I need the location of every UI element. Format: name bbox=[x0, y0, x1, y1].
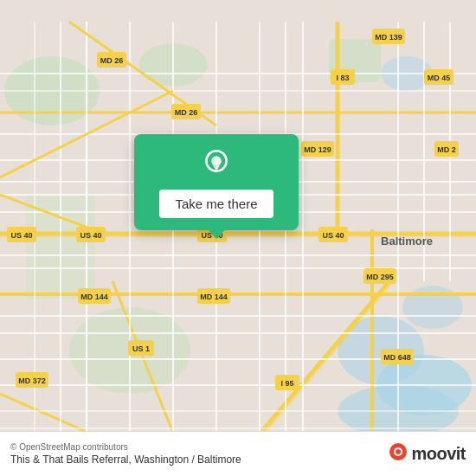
svg-text:MD 648: MD 648 bbox=[383, 353, 411, 362]
svg-text:I 95: I 95 bbox=[280, 379, 293, 388]
svg-point-90 bbox=[211, 156, 222, 166]
copyright-text: © OpenStreetMap contributors bbox=[10, 442, 241, 452]
svg-text:US 1: US 1 bbox=[132, 344, 150, 353]
svg-text:MD 2: MD 2 bbox=[437, 145, 456, 154]
svg-text:MD 372: MD 372 bbox=[18, 376, 46, 385]
take-me-there-button[interactable]: Take me there bbox=[159, 190, 273, 218]
place-name-text: This & That Bails Referral, Washington /… bbox=[10, 453, 241, 466]
svg-text:MD 144: MD 144 bbox=[80, 293, 108, 301]
svg-text:MD 129: MD 129 bbox=[304, 145, 331, 154]
svg-text:Baltimore: Baltimore bbox=[381, 235, 433, 248]
svg-text:US 40: US 40 bbox=[80, 231, 101, 240]
svg-text:MD 45: MD 45 bbox=[428, 74, 451, 82]
moovit-logo: moovit bbox=[389, 442, 466, 466]
bottom-bar: © OpenStreetMap contributors This & That… bbox=[0, 431, 476, 476]
map-background: MD 26 MD 139 I 83 MD 45 MD 26 MD 129 MD … bbox=[0, 0, 476, 476]
moovit-pin-icon bbox=[389, 442, 408, 466]
location-pin-icon bbox=[199, 148, 234, 183]
svg-text:MD 144: MD 144 bbox=[200, 293, 228, 301]
popup-card: Take me there bbox=[134, 134, 299, 230]
svg-text:US 40: US 40 bbox=[322, 231, 344, 240]
svg-text:MD 26: MD 26 bbox=[175, 108, 198, 117]
map-container: MD 26 MD 139 I 83 MD 45 MD 26 MD 129 MD … bbox=[0, 0, 476, 476]
svg-point-93 bbox=[396, 449, 401, 454]
svg-text:MD 295: MD 295 bbox=[366, 273, 394, 281]
svg-text:US 40: US 40 bbox=[10, 231, 32, 240]
svg-text:MD 139: MD 139 bbox=[375, 33, 402, 42]
svg-text:MD 26: MD 26 bbox=[100, 56, 124, 65]
moovit-brand-text: moovit bbox=[411, 444, 466, 464]
svg-text:I 83: I 83 bbox=[336, 74, 349, 82]
bottom-left: © OpenStreetMap contributors This & That… bbox=[10, 442, 241, 466]
svg-point-8 bbox=[402, 286, 463, 329]
